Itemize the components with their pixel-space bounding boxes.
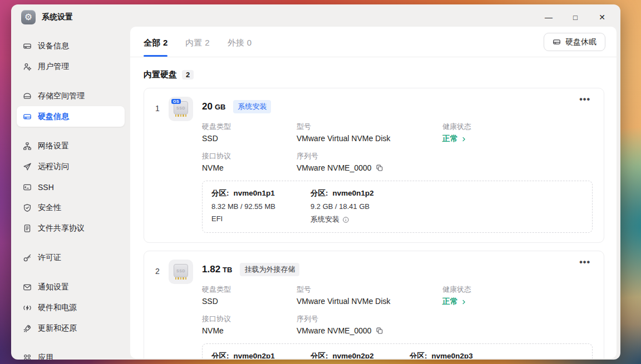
- tab-all[interactable]: 全部2: [144, 38, 167, 57]
- sidebar-item-label: 许可证: [38, 253, 61, 263]
- sidebar-item-label: 用户管理: [38, 62, 69, 72]
- section-count-badge: 2: [182, 70, 194, 79]
- user-management-icon: [23, 62, 32, 71]
- sidebar-item-device-info[interactable]: 设备信息: [17, 36, 125, 56]
- sidebar-item-label: 文件共享协议: [38, 223, 85, 233]
- field-protocol: 接口协议 NVMe: [202, 151, 297, 172]
- copy-icon[interactable]: [376, 327, 383, 335]
- sidebar-item-file-sharing[interactable]: 文件共享协议: [17, 218, 125, 238]
- sidebar-item-label: 存储空间管理: [38, 91, 85, 101]
- chevron-right-icon: [461, 299, 467, 305]
- field-serial: 序列号 VMware NVME_0000: [297, 314, 442, 335]
- sidebar-item-label: 硬件和电源: [38, 303, 77, 313]
- serial-value: VMware NVME_0000: [297, 326, 372, 335]
- sidebar-item-label: 更新和还原: [38, 323, 77, 333]
- window-controls: — □ ✕: [544, 13, 612, 22]
- more-menu-icon[interactable]: •••: [576, 93, 594, 106]
- health-status-link[interactable]: 正常: [442, 134, 593, 144]
- ssd-label: SSD: [176, 269, 185, 273]
- gear-icon: ⚙: [24, 13, 32, 22]
- sidebar-item-ssh[interactable]: SSH: [17, 177, 125, 197]
- partition-item: 分区:nvme0n1p2 9.2 GB / 18.41 GB 系统安装: [310, 188, 410, 225]
- panel-header: 全部2 内置2 外接0 硬盘休眠: [130, 27, 617, 57]
- gear-app-icon: ⚙: [21, 10, 36, 24]
- health-status: 正常: [442, 134, 458, 144]
- ssd-pins: [175, 114, 186, 117]
- sidebar-item-update-restore[interactable]: 更新和还原: [17, 318, 125, 338]
- sidebar-item-label: 硬盘信息: [38, 112, 69, 122]
- disk-tag: 系统安装: [233, 100, 271, 113]
- field-health: 健康状态 正常: [442, 285, 593, 307]
- security-shield-icon: [23, 203, 32, 212]
- hard-disk-icon: [23, 112, 32, 121]
- tab-internal[interactable]: 内置2: [185, 38, 209, 57]
- sidebar-item-label: SSH: [38, 183, 54, 192]
- file-sharing-icon: [23, 224, 32, 233]
- update-restore-icon: [23, 324, 32, 333]
- partition-item: 分区:nvme0n2p3 573.48 GB / 931.03 GB exFAT: [410, 351, 509, 358]
- sidebar-item-license[interactable]: 许可证: [17, 247, 125, 268]
- section-head: 内置硬盘 2: [144, 69, 604, 80]
- sidebar-item-label: 安全性: [38, 203, 61, 213]
- sidebar-item-label: 远程访问: [38, 162, 69, 172]
- field-disk-type: 硬盘类型 SSD: [202, 285, 297, 307]
- sidebar-item-label: 应用: [38, 353, 53, 360]
- info-icon[interactable]: [342, 216, 349, 223]
- tab-label: 全部: [144, 38, 160, 47]
- disk-capacity: 1.82TB: [202, 264, 232, 275]
- notification-mail-icon: [23, 283, 32, 292]
- chevron-right-icon: [461, 136, 467, 142]
- license-key-icon: [23, 253, 32, 262]
- ssh-terminal-icon: [23, 183, 32, 192]
- ssd-pins: [175, 277, 186, 280]
- minimize-button[interactable]: —: [544, 13, 554, 22]
- disk-filter-tabs: 全部2 内置2 外接0: [144, 27, 252, 57]
- os-tag: OS: [171, 99, 181, 104]
- more-menu-icon[interactable]: •••: [576, 256, 594, 269]
- disk-index: 1: [155, 97, 169, 233]
- sidebar-item-apps[interactable]: 应用: [17, 347, 125, 360]
- hardware-power-icon: [23, 303, 32, 312]
- disk-capacity: 20GB: [202, 101, 225, 112]
- field-health: 健康状态 正常: [442, 122, 593, 144]
- sidebar-item-label: 网络设置: [38, 141, 69, 151]
- section-title: 内置硬盘: [144, 69, 177, 80]
- field-model: 型号 VMware Virtual NVMe Disk: [297, 285, 442, 307]
- maximize-button[interactable]: □: [570, 13, 580, 22]
- sidebar-item-hard-disk-info[interactable]: 硬盘信息: [17, 106, 125, 127]
- disk-list: 内置硬盘 2 ••• 1 SSD OS 20GB 系统安装: [130, 57, 617, 358]
- sidebar: 设备信息 用户管理 存储空间管理 硬盘信息 网络设置: [11, 30, 130, 360]
- main-panel: 全部2 内置2 外接0 硬盘休眠 内置硬盘 2 •••: [130, 27, 617, 358]
- storage-pool-icon: [23, 92, 32, 101]
- field-disk-type: 硬盘类型 SSD: [202, 122, 297, 144]
- disk-icon: [553, 38, 561, 46]
- disk-card-2: ••• 2 SSD 1.82TB 挂载为外接存储: [144, 251, 604, 358]
- health-status-link[interactable]: 正常: [442, 297, 593, 307]
- disk-hibernate-button[interactable]: 硬盘休眠: [544, 33, 605, 51]
- serial-value: VMware NVME_0000: [297, 163, 372, 172]
- sidebar-item-network-settings[interactable]: 网络设置: [17, 136, 125, 156]
- apps-grid-icon: [23, 353, 32, 360]
- sidebar-item-hardware-power[interactable]: 硬件和电源: [17, 297, 125, 318]
- ssd-drive-icon: SSD OS: [169, 97, 193, 121]
- sidebar-item-user-management[interactable]: 用户管理: [17, 56, 125, 77]
- sidebar-item-label: 通知设置: [38, 282, 69, 292]
- sidebar-item-notifications[interactable]: 通知设置: [17, 277, 125, 297]
- remote-access-icon: [23, 162, 32, 171]
- sidebar-item-storage-pool[interactable]: 存储空间管理: [17, 86, 125, 106]
- sidebar-item-security[interactable]: 安全性: [17, 197, 125, 218]
- close-button[interactable]: ✕: [597, 13, 607, 22]
- partition-item: 分区:nvme0n1p1 8.32 MB / 92.55 MB EFI: [211, 188, 310, 225]
- field-protocol: 接口协议 NVMe: [202, 314, 297, 335]
- health-status: 正常: [442, 297, 458, 307]
- ssd-label: SSD: [176, 106, 185, 110]
- partition-item: 分区:nvme0n2p2 891.71 GB / 931.51 GB hfspl…: [310, 351, 410, 358]
- copy-icon[interactable]: [376, 164, 383, 172]
- window-title: 系统设置: [42, 12, 73, 22]
- tab-count: 2: [163, 38, 167, 47]
- sidebar-item-remote-access[interactable]: 远程访问: [17, 156, 125, 177]
- tab-external[interactable]: 外接0: [228, 38, 252, 57]
- disk-tag: 挂载为外接存储: [240, 263, 299, 276]
- disk-card-1: ••• 1 SSD OS 20GB 系统安装: [144, 88, 604, 243]
- tab-count: 0: [247, 38, 252, 47]
